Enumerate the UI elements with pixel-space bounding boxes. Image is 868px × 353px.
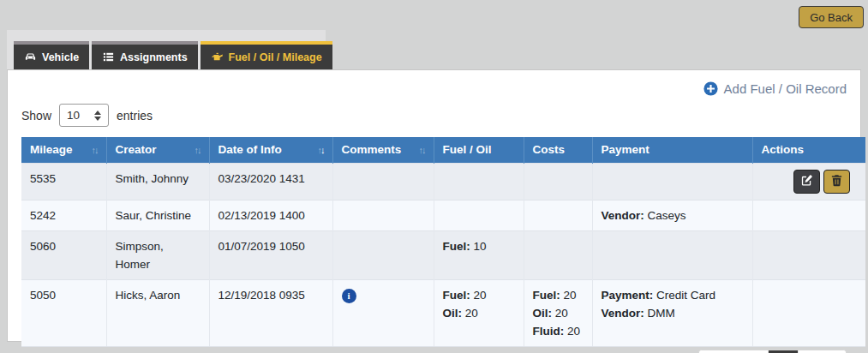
column-label: Mileage — [30, 143, 73, 156]
edit-icon — [800, 174, 813, 189]
cell-creator: Saur, Christine — [106, 200, 209, 230]
column-label: Comments — [342, 143, 402, 156]
sort-arrows-icon: ↑↓ — [318, 145, 324, 155]
column-header-mileage[interactable]: Mileage↑↓ — [21, 137, 106, 163]
page-size-row: Show 10 entries — [21, 104, 847, 127]
cell-payment-line: Vendor: Caseys — [602, 206, 744, 224]
fuel-oil-table: Mileage↑↓Creator↑↓Date of Info↑↓Comments… — [21, 137, 865, 347]
column-header-creator[interactable]: Creator↑↓ — [106, 137, 209, 163]
cell-fuel-oil — [434, 200, 524, 230]
table-footer: Showing 1 to 4 of 4 entries Previous 1 N… — [21, 350, 847, 353]
column-label: Costs — [533, 143, 566, 156]
cell-mileage: 5050 — [21, 279, 106, 346]
column-label: Payment — [602, 143, 650, 156]
tab-label: Fuel / Oil / Mileage — [229, 51, 322, 63]
cell-payment — [592, 230, 752, 279]
column-label: Fuel / Oil — [443, 143, 492, 156]
car-icon — [24, 51, 37, 63]
entries-label: entries — [117, 109, 153, 123]
table-row: 5242Saur, Christine02/13/2019 1400Vendor… — [21, 200, 865, 230]
table-row: 5535Smith, Johnny03/23/2020 1431 — [21, 163, 865, 200]
cell-fuel-oil: Fuel: 20Oil: 20 — [434, 279, 524, 346]
tab-label: Vehicle — [42, 51, 79, 63]
page-size-select[interactable]: 10 — [59, 104, 109, 127]
column-header-fuel-oil: Fuel / Oil — [434, 137, 524, 163]
column-header-payment: Payment — [592, 137, 752, 163]
cell-mileage: 5060 — [21, 230, 106, 279]
cell-fuel-oil-line: Fuel: 20 — [443, 286, 515, 304]
cell-actions — [752, 163, 865, 200]
pagination: Previous 1 Next — [698, 350, 847, 353]
page-size-value: 10 — [67, 109, 80, 122]
cell-payment-line: Payment: Credit Card — [602, 286, 744, 304]
tab-fuel-oil-mileage[interactable]: Fuel / Oil / Mileage — [201, 41, 332, 69]
trash-icon — [830, 174, 843, 189]
next-page-button[interactable]: Next — [798, 350, 846, 353]
cell-costs — [524, 200, 592, 230]
sort-arrows-icon: ↑↓ — [92, 145, 98, 155]
previous-page-button[interactable]: Previous — [699, 350, 768, 353]
plus-circle-icon — [703, 81, 718, 96]
tab-label: Assignments — [120, 51, 188, 63]
cell-fuel-oil: Fuel: 10 — [434, 230, 524, 279]
delete-record-button[interactable] — [823, 170, 850, 194]
cell-mileage: 5535 — [21, 163, 106, 200]
cell-comments — [332, 163, 434, 200]
cell-actions — [752, 279, 865, 346]
info-icon[interactable]: i — [342, 289, 356, 303]
column-header-date-of-info[interactable]: Date of Info↑↓ — [209, 137, 332, 163]
add-fuel-oil-record-link[interactable]: Add Fuel / Oil Record — [21, 81, 847, 96]
table-row: 5050Hicks, Aaron12/19/2018 0935iFuel: 20… — [21, 279, 865, 346]
add-fuel-oil-record-label: Add Fuel / Oil Record — [724, 81, 847, 96]
page-1-button[interactable]: 1 — [768, 350, 798, 353]
sort-arrows-icon: ↑↓ — [195, 145, 201, 155]
cell-actions — [752, 230, 865, 279]
cell-date-of-info: 02/13/2019 1400 — [209, 200, 332, 230]
cell-creator: Simpson, Homer — [106, 230, 209, 279]
cell-fuel-oil-line: Fuel: 10 — [443, 237, 515, 255]
select-updown-icon — [94, 111, 101, 121]
column-header-comments[interactable]: Comments↑↓ — [332, 137, 434, 163]
tab-bar: VehicleAssignmentsFuel / Oil / Mileage — [14, 41, 332, 69]
show-label: Show — [21, 109, 51, 123]
cell-date-of-info: 12/19/2018 0935 — [209, 279, 332, 346]
cell-payment: Vendor: Caseys — [592, 200, 752, 230]
cell-creator: Smith, Johnny — [106, 163, 209, 200]
tab-assignments[interactable]: Assignments — [92, 41, 198, 69]
go-back-button[interactable]: Go Back — [799, 6, 864, 28]
cell-costs — [524, 163, 592, 200]
cell-costs — [524, 230, 592, 279]
table-header-row: Mileage↑↓Creator↑↓Date of Info↑↓Comments… — [21, 137, 865, 163]
cell-comments: i — [332, 279, 434, 346]
cell-payment: Payment: Credit CardVendor: DMM — [592, 279, 752, 346]
column-label: Actions — [762, 143, 805, 156]
cell-date-of-info: 03/23/2020 1431 — [209, 163, 332, 200]
column-label: Creator — [116, 143, 157, 156]
tab-vehicle[interactable]: Vehicle — [14, 41, 89, 69]
cell-costs-line: Oil: 20 — [533, 304, 584, 322]
column-header-actions: Actions — [752, 137, 865, 163]
cell-fuel-oil — [434, 163, 524, 200]
cell-costs: Fuel: 20Oil: 20Fluid: 20 — [524, 279, 592, 346]
cell-payment — [592, 163, 752, 200]
edit-record-button[interactable] — [793, 170, 820, 194]
column-header-costs: Costs — [524, 137, 592, 163]
column-label: Date of Info — [218, 143, 282, 156]
table-row: 5060Simpson, Homer01/07/2019 1050Fuel: 1… — [21, 230, 865, 279]
cell-fuel-oil-line: Oil: 20 — [443, 304, 515, 322]
cell-actions — [752, 200, 865, 230]
sort-arrows-icon: ↑↓ — [419, 145, 425, 155]
cell-costs-line: Fluid: 20 — [533, 322, 584, 340]
cell-comments — [332, 230, 434, 279]
cell-creator: Hicks, Aaron — [106, 279, 209, 346]
oil-can-icon — [211, 51, 224, 63]
cell-comments — [332, 200, 434, 230]
cell-costs-line: Fuel: 20 — [533, 286, 584, 304]
cell-payment-line: Vendor: DMM — [602, 304, 744, 322]
cell-mileage: 5242 — [21, 200, 106, 230]
cell-date-of-info: 01/07/2019 1050 — [209, 230, 332, 279]
content-panel: Add Fuel / Oil Record Show 10 entries Mi… — [7, 69, 861, 342]
list-icon — [102, 51, 115, 63]
